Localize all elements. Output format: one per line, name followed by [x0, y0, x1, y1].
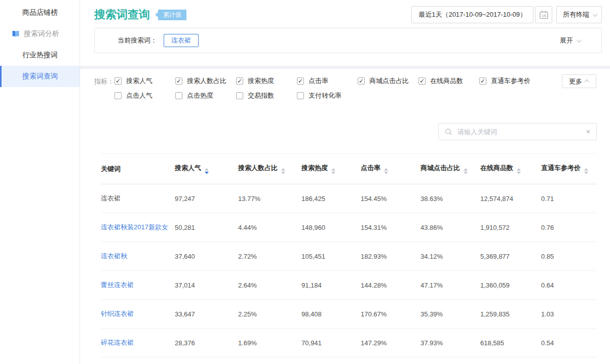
column-header[interactable]: 直通车参考价 [541, 154, 597, 184]
metric-checkbox-item[interactable]: 交易指数 [236, 91, 297, 100]
sidebar-item-label: 商品店铺榜 [22, 8, 58, 17]
analysis-book-icon [12, 30, 20, 37]
keyword-link[interactable]: 连衣裙秋 [101, 252, 127, 260]
table-row: 蕾丝连衣裙37,0142.64%91,184144.28%47.17%1,360… [101, 271, 597, 300]
metric-checkbox-item[interactable]: 点击热度 [175, 91, 236, 100]
column-header[interactable]: 点击率 [361, 154, 421, 184]
keyword-table: 关键词搜索人气搜索人数占比搜索热度点击率商城点击占比在线商品数直通车参考价 连衣… [101, 153, 597, 364]
checkbox-checked-icon[interactable]: ✓ [418, 77, 426, 85]
metric-label: 商城点击占比 [369, 76, 409, 86]
column-header[interactable]: 在线商品数 [480, 154, 541, 184]
sidebar-item-label: 行业热搜词 [22, 51, 58, 60]
metric-checkbox-item[interactable]: ✓直通车参考价 [479, 76, 540, 86]
value-cell: 170.67% [361, 300, 421, 329]
sort-icon[interactable] [464, 168, 468, 174]
checkbox-checked-icon[interactable]: ✓ [175, 77, 182, 85]
keyword-search-input[interactable] [456, 128, 582, 136]
keyword-cell[interactable]: 雪纺连衣裙 [101, 357, 175, 364]
expand-toggle[interactable]: 展开 [560, 36, 580, 45]
value-cell: 148.81% [361, 357, 421, 364]
value-cell: 98,408 [301, 300, 361, 329]
main-content: 搜索词查询 累计值 最近1天（2017-10-09~2017-10-09） 15… [80, 0, 610, 364]
checkbox-checked-icon[interactable]: ✓ [297, 77, 304, 85]
column-header: 关键词 [101, 154, 175, 184]
sort-icon[interactable] [205, 168, 209, 174]
checkbox-checked-icon[interactable]: ✓ [479, 77, 486, 85]
date-range-picker[interactable]: 最近1天（2017-10-09~2017-10-09） [411, 6, 533, 23]
current-term-tag[interactable]: 连衣裙 [164, 34, 199, 47]
value-cell: 1.67% [238, 357, 301, 364]
sort-icon[interactable] [384, 168, 388, 174]
checkbox-unchecked-icon[interactable] [297, 92, 304, 99]
sidebar-item-product-shop-ranking[interactable]: 商品店铺榜 [0, 2, 80, 23]
column-header[interactable]: 搜索人数占比 [238, 154, 301, 184]
table-header-row: 关键词搜索人气搜索人数占比搜索热度点击率商城点击占比在线商品数直通车参考价 [101, 154, 597, 184]
column-header[interactable]: 搜索热度 [301, 154, 361, 184]
value-cell: 147.29% [361, 329, 421, 357]
sidebar-item-label: 搜索词查询 [22, 72, 58, 81]
metric-checkbox-item[interactable]: ✓搜索人气 [115, 76, 175, 86]
keyword-table-wrap: 关键词搜索人气搜索人数占比搜索热度点击率商城点击占比在线商品数直通车参考价 连衣… [101, 153, 597, 364]
checkbox-unchecked-icon[interactable] [175, 92, 182, 99]
sidebar-item-search-term-analysis[interactable]: 搜索词分析 [0, 23, 80, 45]
metric-checkbox-item[interactable]: ✓搜索人数占比 [175, 76, 236, 86]
terminal-select[interactable]: 所有终端 [556, 6, 602, 23]
value-cell: 38.63% [421, 184, 480, 213]
checkbox-checked-icon[interactable]: ✓ [115, 77, 122, 85]
value-cell: 97,247 [175, 184, 238, 213]
table-row: 连衣裙秋装2017新款女50,2814.44%148,960154.31%43.… [101, 213, 597, 242]
calendar-button[interactable]: 15 [535, 6, 552, 23]
value-cell: 4.44% [238, 213, 301, 242]
value-cell: 2.72% [238, 242, 301, 271]
clear-search-icon[interactable]: × [586, 128, 590, 135]
column-header[interactable]: 商城点击占比 [421, 154, 480, 184]
keyword-cell[interactable]: 蕾丝连衣裙 [101, 271, 175, 300]
keyword-link[interactable]: 连衣裙秋装2017新款女 [101, 223, 168, 231]
value-cell: 186,425 [301, 184, 361, 213]
metric-label: 在线商品数 [430, 76, 463, 86]
more-metrics-button[interactable]: 更多 [562, 74, 596, 88]
value-cell: 70,941 [301, 329, 361, 357]
value-cell: 5,369,877 [480, 242, 541, 271]
chevron-up-icon [584, 79, 589, 85]
keyword-cell[interactable]: 碎花连衣裙 [101, 329, 175, 357]
metrics-row-1: ✓搜索人气✓搜索人数占比✓搜索热度✓点击率✓商城点击占比✓在线商品数✓直通车参考… [115, 76, 602, 86]
keyword-link[interactable]: 针织连衣裙 [101, 310, 134, 317]
checkbox-checked-icon[interactable]: ✓ [358, 77, 365, 85]
value-cell: 43.86% [421, 213, 480, 242]
sort-icon[interactable] [584, 168, 588, 174]
metric-checkbox-item[interactable]: 点击人气 [115, 91, 175, 100]
metric-checkbox-item[interactable]: ✓商城点击占比 [358, 76, 418, 86]
checkbox-unchecked-icon[interactable] [236, 92, 243, 99]
column-header[interactable]: 搜索人气 [175, 154, 238, 184]
metric-checkbox-item[interactable]: ✓在线商品数 [418, 76, 479, 86]
topbar: 搜索词查询 累计值 最近1天（2017-10-09~2017-10-09） 15… [80, 0, 610, 28]
sidebar-item-search-term-query[interactable]: 搜索词查询 [0, 66, 80, 87]
column-label: 直通车参考价 [541, 164, 581, 172]
checkbox-unchecked-icon[interactable] [115, 92, 122, 99]
keyword-cell[interactable]: 针织连衣裙 [101, 300, 175, 329]
keyword-cell[interactable]: 连衣裙秋装2017新款女 [101, 213, 175, 242]
keyword-link[interactable]: 碎花连衣裙 [101, 339, 134, 346]
sidebar-item-industry-hot-words[interactable]: 行业热搜词 [0, 45, 80, 66]
sidebar-item-label: 搜索词分析 [24, 29, 59, 38]
value-cell: 2.64% [238, 271, 301, 300]
value-cell: 33,647 [175, 300, 238, 329]
metric-checkbox-item[interactable]: ✓点击率 [297, 76, 358, 86]
keyword-cell[interactable]: 连衣裙秋 [101, 242, 175, 271]
value-cell: 1.69% [238, 329, 301, 357]
value-cell: 1.03 [541, 300, 597, 329]
table-row: 雪纺连衣裙28,2161.67%69,150148.81%40.87%1,015… [101, 357, 597, 364]
terminal-select-value: 所有终端 [563, 10, 589, 19]
metric-label: 直通车参考价 [491, 76, 530, 86]
metric-checkbox-item[interactable]: ✓搜索热度 [236, 76, 297, 86]
value-cell: 2.25% [238, 300, 301, 329]
sort-icon[interactable] [517, 168, 521, 174]
checkbox-checked-icon[interactable]: ✓ [236, 77, 243, 85]
sort-icon[interactable] [331, 168, 335, 174]
value-cell: 144.28% [361, 271, 421, 300]
keyword-link[interactable]: 蕾丝连衣裙 [101, 281, 134, 289]
keyword-search-box[interactable]: × [438, 123, 597, 140]
metric-checkbox-item[interactable]: 支付转化率 [297, 91, 358, 100]
sort-icon[interactable] [281, 168, 285, 174]
